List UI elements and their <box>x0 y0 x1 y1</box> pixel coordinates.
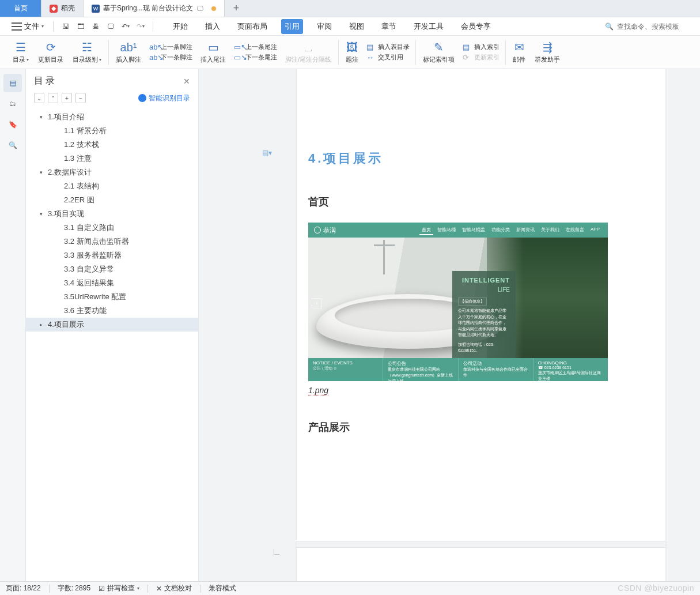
ribbon-tab-start[interactable]: 开始 <box>169 19 191 34</box>
unsaved-indicator-icon <box>211 6 216 11</box>
separator <box>505 40 506 65</box>
toc-item[interactable]: ▾1.项目介绍 <box>26 110 198 124</box>
separator <box>415 40 416 65</box>
undo-button[interactable]: ↶▾ <box>119 20 132 33</box>
separator <box>338 40 339 65</box>
search-input[interactable] <box>617 22 692 31</box>
ribbon-tab-insert[interactable]: 插入 <box>202 19 224 34</box>
tab-daoke[interactable]: ◆ 稻壳 <box>41 0 84 17</box>
crossref-icon: ↔ <box>366 53 376 62</box>
caption-button[interactable]: 🖼 题注 <box>341 38 363 66</box>
print-button[interactable]: 🖶 <box>89 20 102 33</box>
heading-1: 4.项目展示 <box>308 150 654 167</box>
toc-item[interactable]: 2.2ER 图 <box>26 193 198 207</box>
caption-icon: 🖼 <box>346 40 358 54</box>
toc-panel: 目录 ✕ ⌄ ⌃ + − 智能识别目录 ▾1.项目介绍1.1 背景分析1.2 技… <box>26 69 199 581</box>
toc-tree[interactable]: ▾1.项目介绍1.1 背景分析1.2 技术栈1.3 注意▾2.数据库设计2.1 … <box>26 108 198 581</box>
ribbon-tab-references[interactable]: 引用 <box>281 19 303 34</box>
document-canvas[interactable]: ▤▾ 4.项目展示 首页 恭润 首页智能马桶智能马桶盖功能分类新闻资讯关于我们在… <box>199 69 700 581</box>
status-compat[interactable]: 兼容模式 <box>209 583 236 593</box>
heading-2-homepage: 首页 <box>308 195 654 209</box>
mail-button[interactable]: ✉ 邮件 <box>508 38 530 66</box>
add-level-button[interactable]: + <box>62 93 72 103</box>
save-button[interactable]: 🖫 <box>59 20 72 33</box>
expand-all-button[interactable]: ⌄ <box>34 93 44 103</box>
ribbon-tab-view[interactable]: 视图 <box>346 19 368 34</box>
tab-document[interactable]: W 基于Spring...现 前台设计论文 🖵 <box>84 0 225 17</box>
toc-item[interactable]: 3.5UrlRewrite 配置 <box>26 290 198 304</box>
save-as-button[interactable]: 🗔 <box>74 20 87 33</box>
toc-item[interactable]: 1.2 技术栈 <box>26 138 198 152</box>
image-caption: 1.png <box>308 386 654 395</box>
logo-icon <box>314 227 321 234</box>
footnote-icon: ab¹ <box>120 40 137 54</box>
ribbon-tab-review[interactable]: 审阅 <box>313 19 335 34</box>
caption-group: ▤插入表目录 ↔交叉引用 <box>363 43 413 62</box>
prev-footnote-button[interactable]: ab↖上一条脚注 <box>149 43 192 51</box>
toc-item[interactable]: 3.3 自定义异常 <box>26 262 198 276</box>
toc-item[interactable]: 3.2 新闻点击监听器 <box>26 235 198 248</box>
footnote-separator-button[interactable]: ⎵ 脚注/尾注分隔线 <box>281 38 336 66</box>
ribbon-tab-member[interactable]: 会员专享 <box>457 19 494 34</box>
update-toc-button[interactable]: ⟳ 更新目录 <box>33 38 68 66</box>
status-page[interactable]: 页面: 18/22 <box>6 583 41 593</box>
quick-toolbar: 文件 ▾ 🖫 🗔 🖶 🖵 ↶▾ ↷▾ 开始 插入 页面布局 引用 审阅 视图 章… <box>0 17 700 36</box>
toc-level-button[interactable]: ☵ 目录级别▾ <box>68 38 106 66</box>
print-preview-button[interactable]: 🖵 <box>104 20 117 33</box>
insert-footnote-button[interactable]: ab¹ 插入脚注 <box>111 38 146 66</box>
index-group: ▤插入索引 ⟳更新索引 <box>459 43 503 62</box>
page-action-icon[interactable]: ▤▾ <box>262 149 271 158</box>
word-doc-icon: W <box>92 5 100 13</box>
redo-button[interactable]: ↷▾ <box>134 20 147 33</box>
toc-item[interactable]: ▾3.项目实现 <box>26 207 198 221</box>
search-icon: 🔍 <box>605 22 614 31</box>
mark-index-button[interactable]: ✎ 标记索引项 <box>418 38 459 66</box>
toc-item[interactable]: 3.4 返回结果集 <box>26 276 198 290</box>
ribbon-tab-chapter[interactable]: 章节 <box>378 19 400 34</box>
endnote-nav: ▭↖上一条尾注 ▭↘下一条尾注 <box>230 43 281 62</box>
carousel-prev-icon: ‹ <box>312 298 322 308</box>
cross-reference-button[interactable]: ↔交叉引用 <box>366 53 410 62</box>
insert-index-button[interactable]: ▤插入索引 <box>463 43 500 51</box>
status-spellcheck[interactable]: ☑拼写检查▾ <box>99 583 139 593</box>
ribbon-tab-pagelayout[interactable]: 页面布局 <box>234 19 271 34</box>
toc-button[interactable]: ☰ 目录▾ <box>8 38 33 66</box>
toc-item[interactable]: 1.3 注意 <box>26 152 198 165</box>
update-index-button[interactable]: ⟳更新索引 <box>463 53 500 62</box>
insert-figure-toc-button[interactable]: ▤插入表目录 <box>366 43 410 51</box>
rail-bookmark-button[interactable]: 🔖 <box>3 115 22 134</box>
monitor-icon: 🖵 <box>196 5 203 13</box>
remove-level-button[interactable]: − <box>75 93 86 103</box>
auto-detect-toc-button[interactable]: 智能识别目录 <box>138 93 190 103</box>
prev-icon: ▭↖ <box>234 43 243 51</box>
rail-section-button[interactable]: 🗂 <box>3 95 22 113</box>
rail-search-button[interactable]: 🔍 <box>3 136 22 155</box>
ribbon-tabs: 开始 插入 页面布局 引用 审阅 视图 章节 开发工具 会员专享 <box>169 19 494 34</box>
prev-endnote-button[interactable]: ▭↖上一条尾注 <box>234 43 277 51</box>
status-proofread[interactable]: ✕文档校对 <box>156 583 192 593</box>
next-icon: ab↘ <box>149 53 158 62</box>
tab-home[interactable]: 首页 <box>0 0 41 17</box>
toc-item[interactable]: 2.1 表结构 <box>26 179 198 193</box>
insert-endnote-button[interactable]: ▭ 插入尾注 <box>196 38 230 66</box>
toc-item[interactable]: 3.1 自定义路由 <box>26 221 198 235</box>
close-panel-button[interactable]: ✕ <box>183 77 190 86</box>
command-search[interactable]: 🔍 <box>605 22 692 31</box>
toc-item[interactable]: ▾2.数据库设计 <box>26 165 198 179</box>
ribbon-tab-devtools[interactable]: 开发工具 <box>410 19 447 34</box>
rail-outline-button[interactable]: ▤ <box>3 74 22 92</box>
status-words[interactable]: 字数: 2895 <box>58 583 90 593</box>
next-endnote-button[interactable]: ▭↘下一条尾注 <box>234 53 277 62</box>
toc-item[interactable]: 3.3 服务器监听器 <box>26 248 198 262</box>
collapse-all-button[interactable]: ⌃ <box>48 93 58 103</box>
new-tab-button[interactable]: + <box>225 0 248 17</box>
group-send-button[interactable]: ⇶ 群发助手 <box>530 38 565 66</box>
toc-item[interactable]: 1.1 背景分析 <box>26 124 198 138</box>
next-footnote-button[interactable]: ab↘下一条脚注 <box>149 53 192 62</box>
toc-item[interactable]: 3.6 主要功能 <box>26 304 198 318</box>
toc-item[interactable]: ▸4.项目展示 <box>26 318 198 332</box>
hamburger-icon <box>12 22 22 31</box>
mail-icon: ✉ <box>514 40 524 54</box>
file-menu-button[interactable]: 文件 ▾ <box>8 20 47 33</box>
check-icon: ☑ <box>99 585 105 593</box>
